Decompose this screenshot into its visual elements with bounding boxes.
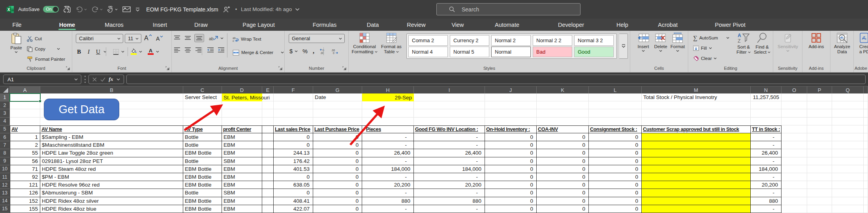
cell-N1[interactable]: 11,257,505: [751, 93, 782, 101]
cell-B8[interactable]: HDPE Law Toggle 28oz green: [40, 149, 183, 157]
cell-L6[interactable]: 0: [589, 133, 642, 141]
cell-R4[interactable]: [864, 118, 868, 125]
cell-M10[interactable]: [642, 165, 751, 173]
style-chip-normal-4[interactable]: Normal 4: [408, 47, 448, 57]
cell-K14[interactable]: 0: [537, 197, 589, 205]
cell-O14[interactable]: [782, 197, 807, 205]
table-header-J5[interactable]: On-Hold Inventory :: [485, 125, 537, 133]
styles-gallery-more-button[interactable]: [619, 34, 628, 59]
cell-O9[interactable]: [782, 157, 807, 165]
table-header-M5[interactable]: Customer Scrap approved but still in Sto…: [642, 125, 751, 133]
cell-N12[interactable]: 20,200: [751, 181, 782, 189]
table-header-L5[interactable]: Consignment Stock :: [589, 125, 642, 133]
cell-M1[interactable]: Total Stock / Physical Invenotry: [642, 93, 751, 101]
column-header-M[interactable]: M: [642, 86, 751, 93]
column-header-C[interactable]: C: [183, 86, 222, 93]
cell-R11[interactable]: [864, 173, 868, 181]
save-icon[interactable]: [64, 6, 71, 13]
cell-N2[interactable]: [751, 101, 782, 109]
table-header-K5[interactable]: COA-INV: [537, 125, 589, 133]
cell-M9[interactable]: [642, 157, 751, 165]
cell-H13[interactable]: -: [362, 189, 414, 197]
column-header-P[interactable]: P: [807, 86, 832, 93]
row-header-4[interactable]: 4: [0, 118, 10, 125]
column-header-A[interactable]: A: [10, 86, 40, 93]
table-header-A5[interactable]: AV: [10, 125, 40, 133]
style-chip-good[interactable]: Good: [574, 47, 614, 57]
cell-Q3[interactable]: [832, 109, 864, 117]
name-box[interactable]: A1: [3, 75, 81, 84]
cell-K4[interactable]: [537, 118, 589, 125]
cell-P13[interactable]: [807, 189, 832, 197]
cell-C13[interactable]: Bottle: [183, 189, 222, 197]
share-people-icon[interactable]: [223, 6, 231, 13]
style-chip-normal-5[interactable]: Normal 5: [450, 47, 489, 57]
cell-I1[interactable]: [414, 93, 485, 101]
cell-B15[interactable]: HDPE Ridex 48oz blue: [40, 205, 183, 213]
row-header-9[interactable]: 9: [0, 157, 10, 165]
cell-Q7[interactable]: [832, 141, 864, 149]
cell-K9[interactable]: 0: [537, 157, 589, 165]
cell-N15[interactable]: -: [751, 205, 782, 213]
table-header-H5[interactable]: Pieces: [362, 125, 414, 133]
cell-G1[interactable]: Date: [313, 93, 362, 101]
align-bottom-icon[interactable]: [194, 34, 204, 42]
cell-N4[interactable]: [751, 118, 782, 125]
increase-font-icon[interactable]: A: [144, 34, 152, 42]
cell-Q6[interactable]: [832, 133, 864, 141]
cell-N7[interactable]: -: [751, 141, 782, 149]
decrease-indent-icon[interactable]: [207, 47, 214, 52]
cell-C11[interactable]: EBM Bottle: [183, 173, 222, 181]
delete-cells-button[interactable]: Delete: [653, 33, 669, 52]
clear-button[interactable]: Clear: [693, 54, 729, 63]
cell-R14[interactable]: [864, 197, 868, 205]
cell-F11[interactable]: 0: [274, 173, 313, 181]
currency-chevron-icon[interactable]: [295, 50, 298, 53]
table-header-N5[interactable]: TT in Stock :: [751, 125, 782, 133]
cell-D10[interactable]: EBM: [222, 165, 262, 173]
cell-M3[interactable]: [642, 109, 751, 117]
cell-N9[interactable]: -: [751, 157, 782, 165]
cell-L12[interactable]: 0: [589, 181, 642, 189]
fill-color-icon[interactable]: [131, 49, 137, 55]
cell-D9[interactable]: SBM: [222, 157, 262, 165]
cell-K15[interactable]: 0: [537, 205, 589, 213]
italic-button[interactable]: I: [88, 49, 90, 55]
cell-Q8[interactable]: [832, 149, 864, 157]
cell-L7[interactable]: 0: [589, 141, 642, 149]
tab-power-pivot[interactable]: Power Pivot: [715, 19, 745, 31]
cell-M8[interactable]: [642, 149, 751, 157]
cell-E9[interactable]: [262, 157, 274, 165]
cell-M4[interactable]: [642, 118, 751, 125]
cell-P11[interactable]: [807, 173, 832, 181]
cell-Q11[interactable]: [832, 173, 864, 181]
cell-A12[interactable]: 121: [10, 181, 40, 189]
cell-H14[interactable]: 880: [362, 197, 414, 205]
cell-H12[interactable]: 20,200: [362, 181, 414, 189]
cell-K2[interactable]: [537, 101, 589, 109]
cell-Q13[interactable]: [832, 189, 864, 197]
cell-R10[interactable]: [864, 165, 868, 173]
cell-A10[interactable]: 71: [10, 165, 40, 173]
cell-L11[interactable]: 0: [589, 173, 642, 181]
orientation-icon[interactable]: ab: [209, 36, 218, 41]
cell-A15[interactable]: 155: [10, 205, 40, 213]
cell-A4[interactable]: [10, 118, 40, 125]
cell-A9[interactable]: 56: [10, 157, 40, 165]
format-as-table-button[interactable]: Format asTable: [379, 33, 404, 54]
cell-J7[interactable]: 0: [485, 141, 537, 149]
cell-F13[interactable]: 0: [274, 189, 313, 197]
cell-C2[interactable]: [183, 101, 222, 109]
cell-N8[interactable]: 26,400: [751, 149, 782, 157]
cell-D2[interactable]: [222, 101, 262, 109]
row-header-12[interactable]: 12: [0, 181, 10, 189]
sensitivity-button[interactable]: Sensitivity: [775, 33, 801, 52]
row-header-5[interactable]: 5: [0, 125, 10, 133]
cancel-icon[interactable]: [92, 77, 97, 82]
cell-I2[interactable]: [414, 101, 485, 109]
cell-D13[interactable]: SBM: [222, 189, 262, 197]
cell-R1[interactable]: [864, 93, 868, 101]
cell-I8[interactable]: 26,400: [414, 149, 485, 157]
cell-O4[interactable]: [782, 118, 807, 125]
row-header-3[interactable]: 3: [0, 109, 10, 117]
